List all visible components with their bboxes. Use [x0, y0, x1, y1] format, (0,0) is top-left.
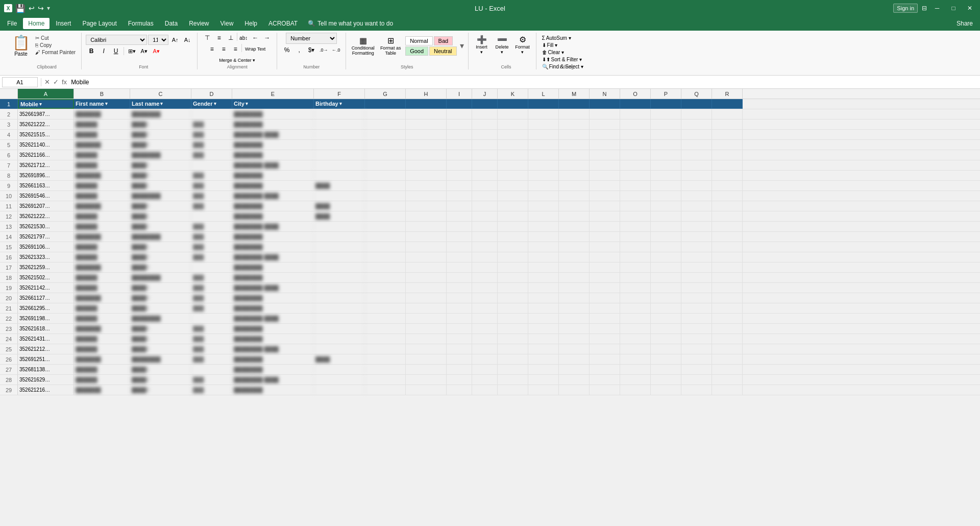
cell-a4[interactable]: 352621515…: [18, 130, 74, 139]
cell-m11[interactable]: [559, 201, 590, 211]
cell-e24[interactable]: ████████: [232, 334, 314, 344]
cell-c5[interactable]: ████0: [130, 140, 191, 150]
autosum-btn[interactable]: ΣAutoSum ▾: [541, 35, 585, 41]
cell-p16[interactable]: [651, 252, 681, 262]
align-left-btn[interactable]: ≡: [206, 44, 217, 54]
row-num-26[interactable]: 26: [0, 354, 18, 364]
cell-k16[interactable]: [498, 252, 528, 262]
cell-p1[interactable]: [651, 99, 681, 109]
format-btn[interactable]: ⚙ Format ▾: [513, 35, 532, 55]
cell-o28[interactable]: [620, 375, 651, 385]
cell-o4[interactable]: [620, 130, 651, 139]
cell-q20[interactable]: [681, 293, 712, 303]
cell-p19[interactable]: [651, 283, 681, 293]
cell-m14[interactable]: [559, 232, 590, 242]
cell-r22[interactable]: [712, 314, 743, 323]
cell-g19[interactable]: [365, 283, 406, 293]
cell-b1[interactable]: First name ▾: [74, 99, 130, 109]
cell-m15[interactable]: [559, 242, 590, 252]
cell-a11[interactable]: 352691207…: [18, 201, 74, 211]
cell-n18[interactable]: [590, 273, 620, 282]
cell-h10[interactable]: [406, 191, 447, 201]
col-header-e[interactable]: E: [232, 89, 314, 99]
cell-a19[interactable]: 352621142…: [18, 283, 74, 293]
col-header-k[interactable]: K: [498, 89, 528, 99]
col-header-m[interactable]: M: [559, 89, 590, 99]
cell-d15[interactable]: ███: [191, 242, 232, 252]
cell-p21[interactable]: [651, 303, 681, 313]
cell-j1[interactable]: [472, 99, 498, 109]
cell-a23[interactable]: 352621618…: [18, 324, 74, 333]
cell-i10[interactable]: [447, 191, 472, 201]
cell-n4[interactable]: [590, 130, 620, 139]
col-header-n[interactable]: N: [590, 89, 620, 99]
cell-p10[interactable]: [651, 191, 681, 201]
cell-l21[interactable]: [528, 303, 559, 313]
cell-d29[interactable]: ███: [191, 385, 232, 395]
cell-i7[interactable]: [447, 160, 472, 170]
cell-g17[interactable]: [365, 262, 406, 272]
cell-q3[interactable]: [681, 119, 712, 129]
cell-o10[interactable]: [620, 191, 651, 201]
cell-o25[interactable]: [620, 344, 651, 354]
cell-h6[interactable]: [406, 150, 447, 160]
col-header-i[interactable]: I: [447, 89, 472, 99]
cell-r7[interactable]: [712, 160, 743, 170]
cell-r27[interactable]: [712, 365, 743, 374]
row-num-23[interactable]: 23: [0, 324, 18, 333]
cell-i14[interactable]: [447, 232, 472, 242]
cell-q10[interactable]: [681, 191, 712, 201]
cell-f27[interactable]: [314, 365, 365, 374]
cell-o21[interactable]: [620, 303, 651, 313]
cell-q8[interactable]: [681, 171, 712, 180]
cell-r29[interactable]: [712, 385, 743, 395]
cell-g21[interactable]: [365, 303, 406, 313]
cell-g14[interactable]: [365, 232, 406, 242]
cell-n11[interactable]: [590, 201, 620, 211]
sort-filter-btn[interactable]: ⬇⬆Sort & Filter ▾: [541, 56, 585, 63]
cell-l3[interactable]: [528, 119, 559, 129]
col-header-b[interactable]: B: [74, 89, 130, 99]
row-num-10[interactable]: 10: [0, 191, 18, 201]
cell-reference[interactable]: [2, 77, 38, 87]
cell-h24[interactable]: [406, 334, 447, 344]
cell-h9[interactable]: [406, 181, 447, 190]
cell-j4[interactable]: [472, 130, 498, 139]
paste-btn[interactable]: 📋 Paste: [8, 33, 34, 63]
cell-n14[interactable]: [590, 232, 620, 242]
cell-b3[interactable]: ██████: [74, 119, 130, 129]
cell-k17[interactable]: [498, 262, 528, 272]
cell-p5[interactable]: [651, 140, 681, 150]
cell-k19[interactable]: [498, 283, 528, 293]
cell-i18[interactable]: [447, 273, 472, 282]
cell-q2[interactable]: [681, 109, 712, 119]
cell-r15[interactable]: [712, 242, 743, 252]
cell-g9[interactable]: [365, 181, 406, 190]
cell-n2[interactable]: [590, 109, 620, 119]
cell-o27[interactable]: [620, 365, 651, 374]
cell-f18[interactable]: [314, 273, 365, 282]
cell-r17[interactable]: [712, 262, 743, 272]
cell-a22[interactable]: 352691198…: [18, 314, 74, 323]
cell-q16[interactable]: [681, 252, 712, 262]
cell-n6[interactable]: [590, 150, 620, 160]
cell-q28[interactable]: [681, 375, 712, 385]
cell-r25[interactable]: [712, 344, 743, 354]
font-name-select[interactable]: Calibri: [86, 35, 147, 45]
cell-b28[interactable]: ██████: [74, 375, 130, 385]
cell-h28[interactable]: [406, 375, 447, 385]
cell-g16[interactable]: [365, 252, 406, 262]
cell-q6[interactable]: [681, 150, 712, 160]
cell-n15[interactable]: [590, 242, 620, 252]
cell-e12[interactable]: ████████: [232, 211, 314, 221]
row-num-8[interactable]: 8: [0, 171, 18, 180]
cell-k9[interactable]: [498, 181, 528, 190]
cell-f7[interactable]: [314, 160, 365, 170]
cell-k1[interactable]: [498, 99, 528, 109]
cell-g25[interactable]: [365, 344, 406, 354]
cell-i16[interactable]: [447, 252, 472, 262]
cell-p8[interactable]: [651, 171, 681, 180]
cell-q29[interactable]: [681, 385, 712, 395]
cell-c8[interactable]: ████0: [130, 171, 191, 180]
cell-m13[interactable]: [559, 222, 590, 231]
